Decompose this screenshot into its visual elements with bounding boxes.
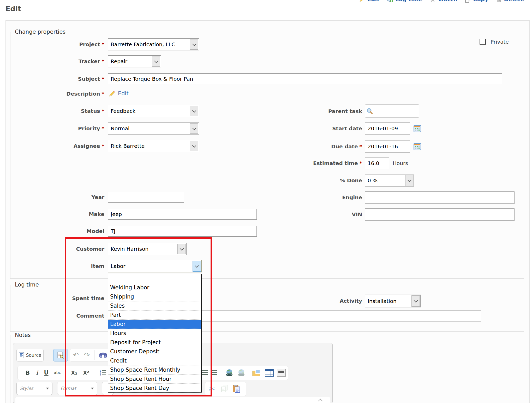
justify-block-icon[interactable]: [210, 366, 218, 379]
model-input[interactable]: [108, 226, 257, 237]
dropdown-option-selected[interactable]: Labor: [108, 320, 201, 329]
model-label: Model: [16, 226, 104, 237]
pencil-icon: [108, 90, 116, 97]
pencil-icon: [359, 0, 365, 3]
make-label: Make: [16, 209, 104, 220]
change-properties-legend: Change properties: [13, 29, 68, 35]
chevron-down-icon[interactable]: [190, 141, 198, 151]
chevron-down-icon[interactable]: [190, 39, 198, 50]
strikethrough-button[interactable]: abc: [51, 366, 63, 379]
activity-select[interactable]: Installation: [365, 295, 421, 307]
copy-icon: [465, 0, 471, 3]
engine-label: Engine: [273, 191, 362, 204]
source-button[interactable]: Source: [16, 349, 44, 361]
customer-select[interactable]: Kevin Harrison: [108, 243, 187, 255]
numbered-list-icon[interactable]: 123: [98, 366, 108, 379]
due-date-input[interactable]: [365, 141, 410, 153]
link-icon[interactable]: [224, 366, 235, 379]
status-select[interactable]: Feedback: [108, 105, 199, 117]
subscript-button[interactable]: X₂: [69, 366, 80, 379]
item-select[interactable]: Labor: [108, 260, 202, 272]
scroll-up-icon[interactable]: [318, 399, 323, 403]
cut-scissors-icon[interactable]: ✂: [207, 382, 217, 395]
dropdown-option[interactable]: Shop Space Rent Hour: [108, 375, 201, 384]
description-edit-link[interactable]: Edit: [118, 90, 129, 97]
percent-done-label: % Done: [273, 174, 362, 187]
log-time-link[interactable]: Log time: [387, 0, 422, 3]
chevron-down-icon[interactable]: [193, 261, 201, 272]
log-time-legend: Log time: [13, 282, 41, 288]
year-label: Year: [16, 192, 104, 203]
format-combo[interactable]: Format: [57, 382, 97, 395]
subject-input[interactable]: [108, 73, 502, 84]
paste-clipboard-icon[interactable]: [231, 382, 242, 395]
tracker-select[interactable]: Repair: [108, 55, 161, 67]
chevron-down-icon[interactable]: [190, 106, 198, 116]
engine-input[interactable]: [365, 191, 515, 204]
priority-select[interactable]: Normal: [108, 122, 199, 135]
image-icon[interactable]: [251, 366, 262, 379]
clock-add-icon: [387, 0, 393, 3]
parent-task-input[interactable]: [365, 104, 419, 118]
redo-icon[interactable]: ↷: [82, 349, 92, 361]
copy-document-icon[interactable]: [219, 382, 230, 395]
dropdown-option[interactable]: Part: [108, 311, 201, 320]
calendar-icon[interactable]: [414, 125, 421, 132]
estimated-time-input[interactable]: [365, 157, 389, 169]
watch-link[interactable]: Watch: [430, 0, 457, 3]
dropdown-option[interactable]: Hours: [108, 329, 201, 338]
status-label: Status*: [16, 105, 104, 117]
calendar-icon[interactable]: [414, 143, 421, 150]
chevron-down-icon[interactable]: [411, 295, 420, 307]
subject-label: Subject*: [16, 73, 104, 84]
project-label: Project*: [16, 38, 104, 50]
issue-edit-page: Edit Log time Watch Copy Delete Edit Cha…: [0, 0, 532, 403]
dropdown-option[interactable]: Sales: [108, 301, 201, 311]
dropdown-option[interactable]: Welding Labor: [108, 283, 201, 292]
private-checkbox[interactable]: [480, 39, 486, 45]
make-input[interactable]: [108, 209, 257, 220]
div-container-icon[interactable]: [276, 366, 287, 379]
dropdown-option[interactable]: Shop Space Rent Day: [108, 384, 201, 393]
underline-button[interactable]: U: [41, 366, 51, 379]
dropdown-option[interactable]: Deposit for Project: [108, 338, 201, 347]
trash-icon: [496, 0, 502, 3]
vin-input[interactable]: [365, 208, 515, 221]
copy-link[interactable]: Copy: [465, 0, 488, 3]
chevron-down-icon[interactable]: [177, 244, 186, 254]
styles-combo[interactable]: Styles: [16, 382, 52, 395]
assignee-label: Assignee*: [16, 140, 104, 152]
preview-button[interactable]: [53, 349, 68, 361]
find-binoculars-icon[interactable]: [98, 349, 108, 361]
percent-done-select[interactable]: 0 %: [365, 174, 414, 187]
description-label: Description*: [16, 88, 104, 99]
edit-link[interactable]: Edit: [359, 0, 380, 3]
table-icon[interactable]: [264, 366, 275, 379]
dropdown-option[interactable]: Customer Deposit: [108, 347, 201, 356]
activity-label: Activity: [273, 295, 362, 307]
dropdown-option[interactable]: Shop Space Rent Monthly: [108, 365, 201, 375]
dropdown-option[interactable]: [108, 274, 201, 283]
dropdown-option[interactable]: Shipping: [108, 292, 201, 301]
delete-link[interactable]: Delete: [496, 0, 524, 3]
chevron-down-icon[interactable]: [152, 56, 160, 67]
editor-content-area[interactable]: [15, 397, 330, 403]
start-date-input[interactable]: [365, 122, 410, 135]
dropdown-option[interactable]: Credit: [108, 356, 201, 365]
change-properties-fieldset: [10, 32, 524, 279]
superscript-button[interactable]: X²: [81, 366, 92, 379]
private-label: Private: [491, 39, 532, 45]
assignee-select[interactable]: Rick Barrette: [108, 140, 199, 152]
document-magnifier-icon: [57, 352, 64, 359]
undo-icon[interactable]: ↶: [71, 349, 81, 361]
due-date-label: Due date*: [273, 141, 362, 153]
bold-button[interactable]: B: [23, 366, 32, 379]
project-select[interactable]: Barrette Fabrication, LLC: [108, 38, 199, 50]
chevron-down-icon[interactable]: [405, 175, 414, 186]
italic-button[interactable]: I: [33, 366, 41, 379]
unlink-icon[interactable]: [236, 366, 247, 379]
chevron-down-icon[interactable]: [190, 123, 198, 134]
comment-label: Comment: [16, 310, 104, 322]
year-input[interactable]: [108, 192, 184, 203]
item-dropdown-list: Welding Labor Shipping Sales Part Labor …: [108, 274, 202, 393]
